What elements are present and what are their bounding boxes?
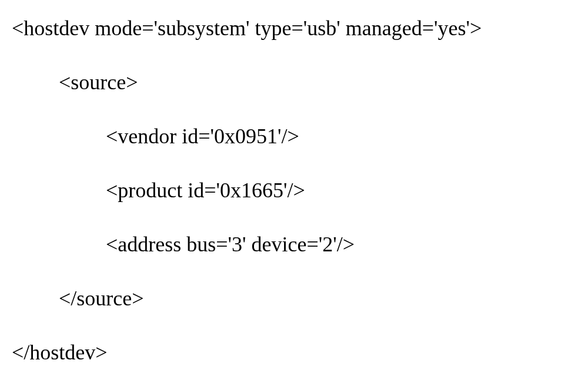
xml-line-address: <address bus='3' device='2'/>: [12, 234, 576, 255]
xml-line-source-open: <source>: [12, 72, 576, 93]
xml-line-source-close: </source>: [12, 288, 576, 309]
xml-line-hostdev-open: <hostdev mode='subsystem' type='usb' man…: [12, 18, 576, 39]
xml-line-vendor: <vendor id='0x0951'/>: [12, 126, 576, 147]
xml-line-product: <product id='0x1665'/>: [12, 180, 576, 201]
xml-line-hostdev-close: </hostdev>: [12, 342, 576, 363]
